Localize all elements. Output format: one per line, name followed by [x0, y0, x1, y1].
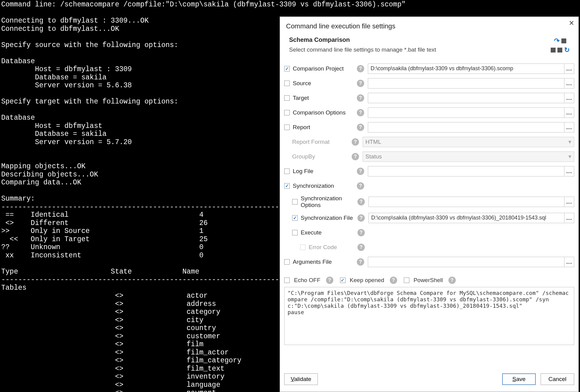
help-icon[interactable]: ?	[357, 258, 364, 266]
help-icon[interactable]: ?	[357, 244, 365, 251]
echo-off-checkbox[interactable]	[284, 278, 290, 283]
browse-button[interactable]: ...	[564, 64, 574, 74]
help-icon[interactable]: ?	[357, 168, 364, 175]
execute-label: Execute	[301, 229, 357, 236]
groupby-value: Status	[365, 153, 382, 160]
comparison-project-input[interactable]	[368, 64, 564, 74]
report-format-select[interactable]: HTML ▾	[363, 137, 574, 147]
help-icon[interactable]: ?	[357, 214, 365, 222]
execute-checkbox[interactable]	[292, 230, 298, 235]
browse-button[interactable]: ...	[564, 78, 574, 89]
chevron-down-icon: ▾	[568, 153, 571, 160]
error-code-label: Error Code	[309, 244, 357, 251]
error-code-checkbox[interactable]	[300, 245, 306, 250]
report-format-value: HTML	[365, 139, 381, 145]
section-title: Schema Comparison	[289, 36, 436, 43]
help-icon[interactable]: ?	[357, 109, 364, 116]
synchronization-label: Synchronization	[293, 183, 357, 189]
comparison-options-label: Comparison Options	[293, 109, 357, 116]
sync-file-input[interactable]	[368, 213, 564, 223]
sync-options-label: Synchronization Options	[301, 195, 357, 209]
target-checkbox[interactable]	[284, 95, 290, 101]
comparison-options-checkbox[interactable]	[284, 110, 290, 115]
source-label: Source	[293, 80, 357, 87]
browse-button[interactable]: ...	[564, 213, 574, 223]
powershell-checkbox[interactable]	[404, 278, 409, 283]
source-input[interactable]	[368, 78, 564, 89]
sync-file-label: Synchronization File	[301, 215, 357, 221]
sync-options-checkbox[interactable]	[292, 199, 298, 205]
target-input[interactable]	[368, 93, 564, 103]
help-icon[interactable]: ?	[448, 277, 456, 284]
command-preview[interactable]: "C:\Program Files\Devart\dbForge Schema …	[284, 287, 574, 345]
help-icon[interactable]: ?	[357, 229, 365, 236]
logfile-input[interactable]	[368, 166, 564, 176]
browse-button[interactable]: ...	[564, 166, 574, 176]
dialog-title: Command line execution file settings	[286, 22, 572, 30]
keep-opened-checkbox[interactable]	[340, 278, 346, 283]
comparison-options-input[interactable]	[368, 107, 564, 118]
help-icon[interactable]: ?	[357, 124, 364, 131]
help-icon[interactable]: ?	[326, 277, 333, 284]
source-checkbox[interactable]	[284, 81, 290, 86]
logfile-checkbox[interactable]	[284, 169, 290, 174]
arguments-file-checkbox[interactable]	[284, 259, 290, 265]
sync-options-input[interactable]	[368, 197, 564, 207]
logfile-label: Log File	[293, 168, 357, 175]
help-icon[interactable]: ?	[357, 94, 364, 102]
help-icon[interactable]: ?	[352, 153, 359, 160]
comparison-project-label: Comparison Project	[293, 65, 357, 72]
help-icon[interactable]: ?	[390, 277, 397, 284]
help-icon[interactable]: ?	[357, 80, 364, 87]
arguments-file-label: Arguments File	[293, 259, 357, 265]
browse-button[interactable]: ...	[564, 197, 574, 207]
save-button[interactable]: Save	[502, 373, 536, 385]
comparison-project-checkbox[interactable]	[284, 66, 290, 71]
help-icon[interactable]: ?	[357, 182, 364, 190]
keep-opened-label: Keep opened	[350, 277, 384, 284]
browse-button[interactable]: ...	[564, 122, 574, 132]
help-icon[interactable]: ?	[352, 138, 359, 146]
section-subtitle: Select command line file settings to man…	[289, 46, 436, 53]
synchronization-checkbox[interactable]	[284, 183, 290, 189]
browse-button[interactable]: ...	[564, 93, 574, 103]
browse-button[interactable]: ...	[564, 257, 574, 267]
chevron-down-icon: ▾	[568, 138, 571, 145]
close-button[interactable]: ✕	[569, 19, 574, 27]
settings-dialog: Command line execution file settings ✕ S…	[280, 16, 579, 392]
groupby-select[interactable]: Status ▾	[363, 151, 574, 162]
powershell-label: PowerShell	[414, 277, 443, 284]
help-icon[interactable]: ?	[357, 65, 364, 72]
help-icon[interactable]: ?	[357, 198, 365, 205]
groupby-label: GroupBy	[292, 153, 352, 160]
sync-file-checkbox[interactable]	[292, 215, 298, 221]
cancel-button[interactable]: Cancel	[541, 373, 574, 385]
report-checkbox[interactable]	[284, 125, 290, 130]
arguments-file-input[interactable]	[368, 257, 564, 267]
target-label: Target	[293, 95, 357, 101]
validate-button[interactable]: Validate	[284, 373, 318, 385]
echo-off-label: Echo OFF	[294, 277, 321, 284]
browse-button[interactable]: ...	[564, 107, 574, 118]
schema-compare-icon: ↷ ↻	[551, 36, 569, 55]
report-input[interactable]	[368, 122, 564, 132]
report-format-label: Report Format	[292, 139, 352, 145]
report-label: Report	[293, 124, 357, 131]
